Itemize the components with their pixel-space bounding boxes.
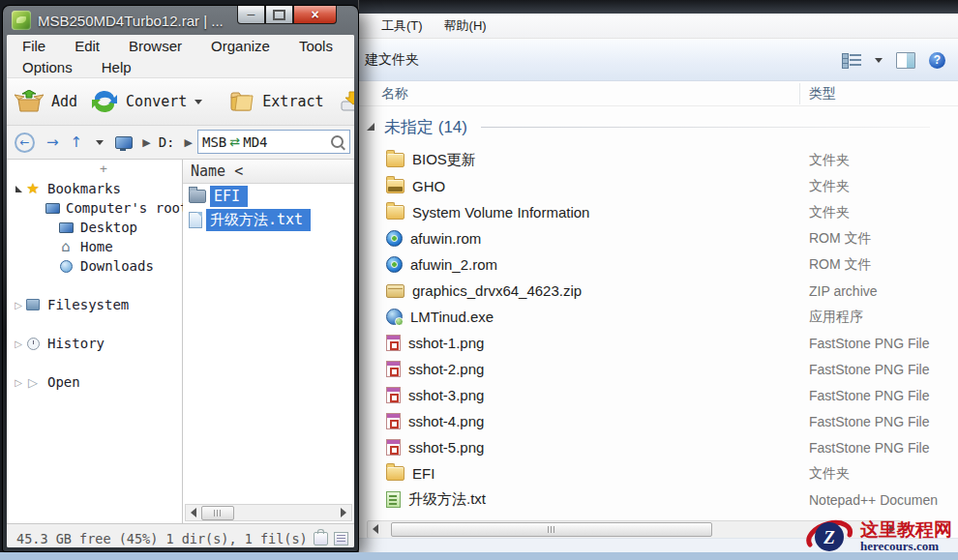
tree-item[interactable]: Desktop [7, 218, 182, 237]
sync-icon: ⇄ [229, 134, 240, 149]
column-header-type[interactable]: 类型 [809, 81, 836, 106]
chevron-down-icon[interactable] [875, 58, 883, 63]
archive-item-name-selected[interactable]: EFI [210, 186, 248, 207]
file-row[interactable]: LMTinud.exe 应用程序 [359, 304, 958, 330]
new-folder-button[interactable]: 建文件夹 [365, 51, 419, 69]
file-row[interactable]: sshot-5.png FastStone PNG File [359, 434, 958, 460]
convert-button[interactable]: Convert [91, 90, 202, 113]
tree-expander-icon[interactable] [13, 339, 24, 349]
file-row[interactable]: afuwin_2.rom ROM 文件 [359, 251, 958, 278]
file-name: 升级方法.txt [408, 490, 486, 509]
column-header-name[interactable]: 名称 [381, 81, 408, 106]
tree-item[interactable]: Bookmarks [7, 179, 182, 198]
convert-dropdown-caret[interactable] [195, 100, 202, 104]
group-collapse-icon[interactable] [367, 123, 374, 131]
tree-item[interactable]: Computer's root [7, 198, 182, 218]
address-dropdown-caret[interactable] [96, 140, 104, 145]
add-icon [15, 90, 44, 113]
column-header-row: 名称 类型 [359, 81, 958, 106]
menu-item[interactable]: Edit [75, 38, 100, 54]
tree-item-icon [24, 180, 42, 197]
menu-item[interactable]: Organize [211, 38, 270, 54]
list-icon [334, 532, 348, 545]
file-row[interactable]: BIOS更新 文件夹 [359, 147, 958, 173]
scrollbar-thumb[interactable] [201, 506, 234, 520]
splitter-handle[interactable]: + [100, 162, 107, 176]
file-type: 文件夹 [809, 204, 850, 221]
menu-item[interactable]: 帮助(H) [435, 15, 495, 38]
file-name: System Volume Information [412, 204, 589, 221]
file-row[interactable]: sshot-4.png FastStone PNG File [359, 408, 958, 434]
file-icon [386, 387, 401, 403]
search-icon[interactable] [331, 135, 344, 148]
search-input[interactable]: MSB ⇄ MD4 [197, 130, 350, 154]
tree-item-label: History [47, 336, 105, 351]
computer-icon[interactable] [115, 136, 133, 149]
file-row[interactable]: System Volume Information 文件夹 [359, 199, 958, 225]
help-icon[interactable]: ? [929, 52, 945, 69]
archive-item-row[interactable]: 升级方法.txt [183, 208, 354, 232]
tree-item[interactable]: Open [7, 372, 182, 392]
menu-item[interactable]: 工具(T) [373, 15, 432, 38]
file-icon [386, 284, 404, 298]
peazip-app-icon [12, 11, 31, 30]
bookmarks-tree: Bookmarks Computer's root [7, 179, 182, 392]
add-button[interactable]: Add [15, 90, 77, 113]
tree-expander-icon[interactable] [13, 186, 24, 192]
file-type: FastStone PNG File [809, 362, 930, 377]
minimize-button[interactable]: ─ [237, 6, 265, 24]
group-header[interactable]: 未指定 (14) [359, 112, 958, 141]
menu-item[interactable]: Tools [299, 38, 333, 54]
file-row[interactable]: EFI 文件夹 [359, 460, 958, 486]
extract-button[interactable]: Extract [229, 90, 323, 113]
preview-pane-icon[interactable] [896, 52, 915, 69]
archive-item-row[interactable]: EFI [183, 184, 354, 208]
tree-item[interactable]: Home [7, 237, 182, 256]
breadcrumb-drive[interactable]: D: [159, 134, 175, 150]
file-row[interactable]: sshot-2.png FastStone PNG File [359, 356, 958, 382]
menu-item[interactable]: Help [102, 59, 132, 75]
explorer-toolbar: 建文件夹 ? [359, 39, 958, 81]
scroll-right-arrow[interactable] [341, 508, 346, 517]
name-column-header[interactable]: Name < [183, 160, 354, 184]
forward-button[interactable]: → [46, 133, 59, 151]
archive-item-name-selected[interactable]: 升级方法.txt [206, 209, 311, 231]
file-icon [386, 205, 404, 220]
file-row[interactable]: GHO 文件夹 [359, 173, 958, 199]
file-icon [386, 309, 403, 325]
back-button[interactable]: ← [15, 133, 35, 153]
file-row[interactable]: graphics_drvx64_4623.zip ZIP archive [359, 278, 958, 304]
file-name: sshot-5.png [408, 439, 484, 456]
tree-item[interactable]: Filesystem [7, 295, 182, 314]
tree-item[interactable]: Downloads [7, 256, 182, 276]
file-row[interactable]: 升级方法.txt Notepad++ Documen [359, 486, 958, 513]
file-name: sshot-2.png [408, 361, 484, 377]
tree-item[interactable]: History [7, 334, 182, 353]
tree-expander-icon[interactable] [13, 377, 24, 388]
up-button[interactable]: ↑ [71, 133, 83, 151]
file-row[interactable]: afuwin.rom ROM 文件 [359, 225, 958, 251]
scrollbar-thumb[interactable] [391, 522, 712, 537]
test-button[interactable] [340, 90, 354, 113]
file-row[interactable]: sshot-1.png FastStone PNG File [359, 330, 958, 356]
close-button[interactable]: × [293, 6, 337, 24]
tree-item-icon [45, 203, 60, 214]
breadcrumb-separator: ▶ [184, 136, 192, 149]
search-text-left: MSB [202, 134, 226, 150]
tree-item-label: Desktop [80, 220, 137, 235]
tree-expander-icon[interactable] [13, 300, 24, 310]
file-name: LMTinud.exe [410, 309, 494, 325]
menu-item[interactable]: Browser [129, 38, 182, 54]
scroll-left-arrow[interactable] [191, 508, 196, 517]
file-row[interactable]: sshot-3.png FastStone PNG File [359, 382, 958, 408]
column-divider[interactable] [799, 83, 800, 104]
extract-icon [229, 90, 254, 113]
file-name: GHO [412, 178, 445, 194]
maximize-button[interactable] [265, 6, 293, 24]
archive-item-icon [189, 190, 206, 203]
menu-item[interactable]: Options [22, 59, 73, 75]
menu-item[interactable]: File [22, 38, 45, 54]
change-view-icon[interactable] [842, 53, 861, 68]
peazip-horizontal-scrollbar[interactable] [185, 504, 352, 521]
scroll-left-arrow[interactable] [373, 524, 378, 534]
